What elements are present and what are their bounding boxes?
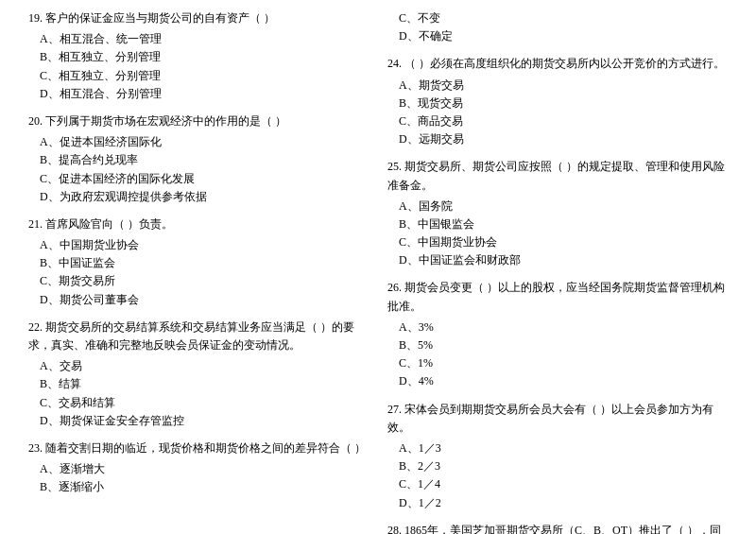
q19-option-a: A、相互混合、统一管理 [28, 30, 369, 48]
q23-continuation: C、不变 D、不确定 [387, 9, 728, 45]
question-22: 22. 期货交易所的交易结算系统和交易结算业务应当满足（ ）的要求，真实、准确和… [28, 319, 369, 430]
q25-text: 25. 期货交易所、期货公司应按照（ ）的规定提取、管理和使用风险准备金。 [387, 158, 728, 194]
q23-option-c: C、不变 [387, 9, 728, 27]
q23-text: 23. 随着交割日期的临近，现货价格和期货价格之间的差异符合（ ） [28, 439, 369, 457]
q26-text: 26. 期货会员变更（ ）以上的股权，应当经国务院期货监督管理机构批准。 [387, 279, 728, 315]
q20-option-d: D、为政府宏观调控提供参考依据 [28, 188, 369, 206]
question-20: 20. 下列属于期货市场在宏观经济中的作用的是（ ） A、促进本国经济国际化 B… [28, 112, 369, 206]
left-column: 19. 客户的保证金应当与期货公司的自有资产（ ） A、相互混合、统一管理 B、… [28, 9, 369, 534]
q24-option-d: D、远期交易 [387, 130, 728, 148]
q27-option-b: B、2／3 [387, 457, 728, 475]
q24-option-a: A、期货交易 [387, 77, 728, 95]
q21-option-b: B、中国证监会 [28, 254, 369, 272]
q26-option-a: A、3% [387, 319, 728, 336]
q27-option-a: A、1／3 [387, 439, 728, 457]
q23-option-d: D、不确定 [387, 27, 728, 45]
q26-option-d: D、4% [387, 372, 728, 390]
q24-option-c: C、商品交易 [387, 112, 728, 130]
q19-text: 19. 客户的保证金应当与期货公司的自有资产（ ） [28, 9, 369, 27]
question-23: 23. 随着交割日期的临近，现货价格和期货价格之间的差异符合（ ） A、逐渐增大… [28, 439, 369, 497]
q23-option-b: B、逐渐缩小 [28, 478, 369, 496]
question-21: 21. 首席风险官向（ ）负责。 A、中国期货业协会 B、中国证监会 C、期货交… [28, 215, 369, 309]
question-19: 19. 客户的保证金应当与期货公司的自有资产（ ） A、相互混合、统一管理 B、… [28, 9, 369, 103]
q20-text: 20. 下列属于期货市场在宏观经济中的作用的是（ ） [28, 112, 369, 130]
two-column-layout: 19. 客户的保证金应当与期货公司的自有资产（ ） A、相互混合、统一管理 B、… [28, 9, 728, 534]
q27-text: 27. 宋体会员到期期货交易所会员大会有（ ）以上会员参加方为有效。 [387, 401, 728, 437]
q25-option-a: A、国务院 [387, 198, 728, 215]
q22-option-c: C、交易和结算 [28, 394, 369, 412]
right-column: C、不变 D、不确定 24. （ ）必须在高度组织化的期货交易所内以公开竞价的方… [387, 9, 728, 534]
q21-option-c: C、期货交易所 [28, 272, 369, 290]
q22-option-d: D、期货保证金安全存管监控 [28, 412, 369, 430]
q21-option-d: D、期货公司董事会 [28, 291, 369, 309]
q20-option-c: C、促进本国经济的国际化发展 [28, 170, 369, 188]
q20-option-b: B、提高合约兑现率 [28, 151, 369, 169]
q22-text: 22. 期货交易所的交易结算系统和交易结算业务应当满足（ ）的要求，真实、准确和… [28, 319, 369, 354]
q25-option-c: C、中国期货业协会 [387, 233, 728, 251]
q20-option-a: A、促进本国经济国际化 [28, 133, 369, 151]
q26-option-b: B、5% [387, 336, 728, 354]
q24-option-b: B、现货交易 [387, 95, 728, 112]
page-container: 19. 客户的保证金应当与期货公司的自有资产（ ） A、相互混合、统一管理 B、… [0, 0, 756, 534]
q23-option-a: A、逐渐增大 [28, 460, 369, 478]
question-28: 28. 1865年，美国芝加哥期货交易所（C、B、OT）推出了（ ），同时实行保… [387, 522, 728, 534]
question-27: 27. 宋体会员到期期货交易所会员大会有（ ）以上会员参加方为有效。 A、1／3… [387, 401, 728, 512]
q19-option-b: B、相互独立、分别管理 [28, 48, 369, 66]
q27-option-d: D、1／2 [387, 494, 728, 512]
question-25: 25. 期货交易所、期货公司应按照（ ）的规定提取、管理和使用风险准备金。 A、… [387, 158, 728, 269]
q25-option-b: B、中国银监会 [387, 215, 728, 233]
q19-option-c: C、相互独立、分别管理 [28, 67, 369, 85]
q28-text: 28. 1865年，美国芝加哥期货交易所（C、B、OT）推出了（ ），同时实行保… [387, 522, 728, 534]
q19-option-d: D、相互混合、分别管理 [28, 85, 369, 103]
q22-option-a: A、交易 [28, 357, 369, 375]
q22-option-b: B、结算 [28, 375, 369, 393]
q21-text: 21. 首席风险官向（ ）负责。 [28, 215, 369, 233]
question-24: 24. （ ）必须在高度组织化的期货交易所内以公开竞价的方式进行。 A、期货交易… [387, 55, 728, 148]
q25-option-d: D、中国证监会和财政部 [387, 251, 728, 269]
q27-option-c: C、1／4 [387, 475, 728, 493]
question-26: 26. 期货会员变更（ ）以上的股权，应当经国务院期货监督管理机构批准。 A、3… [387, 279, 728, 390]
q21-option-a: A、中国期货业协会 [28, 236, 369, 254]
q26-option-c: C、1% [387, 354, 728, 372]
q24-text: 24. （ ）必须在高度组织化的期货交易所内以公开竞价的方式进行。 [387, 55, 728, 73]
